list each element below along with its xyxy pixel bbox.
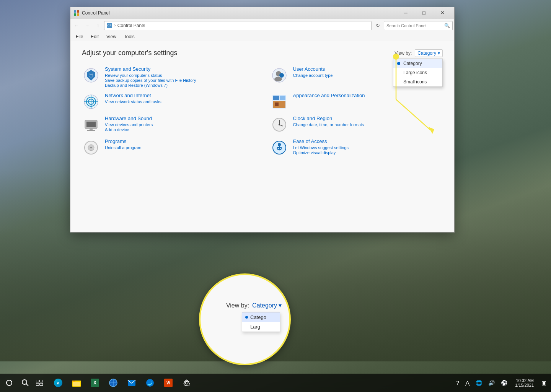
hardware-title[interactable]: Hardware and Sound bbox=[105, 115, 255, 121]
office-icon[interactable]: W bbox=[160, 374, 177, 391]
zoom-dd-item-category[interactable]: Catego bbox=[242, 312, 280, 322]
setting-appearance: Appearance and Personalization bbox=[270, 93, 443, 111]
start-button[interactable] bbox=[1, 374, 18, 391]
view-by-dropdown[interactable]: Category ▾ bbox=[415, 49, 443, 57]
zoom-view-by: View by: Category ▾ bbox=[226, 302, 282, 309]
ease-link-2[interactable]: Optimize visual display bbox=[293, 150, 443, 155]
edge-icon[interactable] bbox=[142, 374, 158, 391]
view-by-control: View by: Category ▾ Category Large icons bbox=[395, 49, 443, 57]
system-tray: ? ⋀ 🌐 🔊 ⚽ 10:32 AM 1/15/2021 ▣ bbox=[452, 378, 551, 387]
zoom-dd-item-large[interactable]: Larg bbox=[242, 322, 280, 332]
tray-chevron-icon[interactable]: ⋀ bbox=[464, 379, 471, 387]
network-icon bbox=[82, 93, 100, 111]
programs-text: Programs Uninstall a program bbox=[105, 138, 255, 150]
network-text: Network and Internet View network status… bbox=[105, 93, 255, 104]
ease-link-1[interactable]: Let Windows suggest settings bbox=[293, 145, 443, 150]
hardware-icon bbox=[82, 115, 100, 134]
view-by-dropdown-menu: Category Large icons Small icons bbox=[393, 59, 443, 87]
svg-rect-47 bbox=[72, 381, 75, 382]
svg-rect-45 bbox=[40, 383, 43, 385]
svg-rect-53 bbox=[128, 380, 135, 386]
clock-link-1[interactable]: Change date, time, or number formats bbox=[293, 122, 443, 127]
task-view-button[interactable] bbox=[33, 374, 47, 391]
tray-time-value: 10:32 AM bbox=[515, 378, 534, 383]
hardware-link-2[interactable]: Add a device bbox=[105, 127, 255, 132]
settings-taskbar-icon[interactable] bbox=[178, 374, 195, 391]
address-path[interactable]: CP > Control Panel bbox=[104, 21, 372, 30]
menu-edit[interactable]: Edit bbox=[88, 33, 101, 40]
clock-title[interactable]: Clock and Region bbox=[293, 115, 443, 121]
maximize-button[interactable]: □ bbox=[415, 7, 433, 19]
svg-rect-48 bbox=[73, 382, 80, 386]
ease-text: Ease of Access Let Windows suggest setti… bbox=[293, 138, 443, 155]
mail-icon[interactable] bbox=[123, 374, 140, 391]
back-button[interactable]: ← bbox=[72, 21, 81, 30]
window-controls: ─ □ ✕ bbox=[397, 7, 451, 19]
tray-time[interactable]: 10:32 AM 1/15/2021 bbox=[512, 378, 537, 387]
dropdown-item-category[interactable]: Category bbox=[393, 59, 442, 68]
forward-button[interactable]: → bbox=[83, 21, 92, 30]
excel-icon[interactable]: X bbox=[86, 374, 103, 391]
search-button[interactable] bbox=[19, 374, 31, 391]
zoom-dropdown-button[interactable]: Category ▾ bbox=[252, 302, 282, 309]
svg-point-31 bbox=[90, 147, 92, 148]
office-letter: W bbox=[166, 381, 170, 385]
dropdown-item-small-icons[interactable]: Small icons bbox=[393, 77, 442, 86]
tray-question-icon[interactable]: ? bbox=[455, 379, 461, 387]
tray-volume-icon[interactable]: 🔊 bbox=[487, 379, 496, 387]
network-link-1[interactable]: View network status and tasks bbox=[105, 99, 255, 104]
cortana-icon[interactable]: a bbox=[50, 374, 67, 391]
hardware-link-1[interactable]: View devices and printers bbox=[105, 122, 255, 127]
svg-point-10 bbox=[274, 77, 282, 81]
svg-rect-43 bbox=[40, 380, 43, 382]
setting-programs: Programs Uninstall a program bbox=[82, 138, 255, 157]
search-input[interactable] bbox=[386, 23, 444, 28]
zoom-selected-dot bbox=[245, 316, 248, 319]
view-by-value: Category bbox=[417, 50, 436, 56]
system-security-title[interactable]: System and Security bbox=[105, 66, 255, 72]
file-explorer-icon[interactable] bbox=[68, 374, 85, 391]
tray-network-icon[interactable]: 🌐 bbox=[474, 379, 484, 387]
programs-title[interactable]: Programs bbox=[105, 138, 255, 144]
system-security-link-2[interactable]: Save backup copies of your files with Fi… bbox=[105, 78, 255, 83]
mail-svg bbox=[127, 379, 136, 386]
user-accounts-icon bbox=[270, 66, 289, 85]
menu-file[interactable]: File bbox=[73, 33, 85, 40]
dropdown-item-large-icons[interactable]: Large icons bbox=[393, 68, 442, 77]
refresh-button[interactable]: ↻ bbox=[373, 21, 382, 30]
svg-rect-23 bbox=[90, 128, 93, 130]
setting-clock: Clock and Region Change date, time, or n… bbox=[270, 115, 443, 134]
menu-view[interactable]: View bbox=[104, 33, 119, 40]
browser-svg bbox=[109, 379, 117, 387]
up-button[interactable]: ↑ bbox=[93, 21, 103, 30]
view-by-label: View by: bbox=[395, 50, 412, 56]
window-title: Control Panel bbox=[82, 10, 397, 16]
content-header: Adjust your computer's settings View by:… bbox=[82, 49, 443, 57]
path-separator: > bbox=[114, 23, 116, 28]
browser-icon[interactable] bbox=[105, 374, 122, 391]
appearance-text: Appearance and Personalization bbox=[293, 93, 443, 99]
svg-rect-20 bbox=[275, 102, 279, 106]
system-security-link-3[interactable]: Backup and Restore (Windows 7) bbox=[105, 83, 255, 88]
svg-point-55 bbox=[186, 382, 188, 384]
appearance-title[interactable]: Appearance and Personalization bbox=[293, 93, 443, 98]
menu-tools[interactable]: Tools bbox=[122, 33, 137, 40]
empty-dot bbox=[397, 80, 400, 83]
search-box[interactable]: 🔍 bbox=[384, 21, 453, 30]
close-button[interactable]: ✕ bbox=[434, 7, 451, 19]
tray-date-value: 1/15/2021 bbox=[515, 383, 534, 387]
window-icon bbox=[73, 10, 80, 16]
programs-link-1[interactable]: Uninstall a program bbox=[105, 145, 255, 150]
ease-title[interactable]: Ease of Access bbox=[293, 138, 443, 144]
svg-rect-17 bbox=[273, 96, 279, 100]
system-security-link-1[interactable]: Review your computer's status bbox=[105, 73, 255, 78]
minimize-button[interactable]: ─ bbox=[397, 7, 414, 19]
tray-notification-icon[interactable]: ▣ bbox=[540, 379, 548, 387]
network-title[interactable]: Network and Internet bbox=[105, 93, 255, 98]
file-explorer-svg bbox=[72, 379, 81, 387]
zoom-dropdown-value: Category bbox=[252, 302, 277, 309]
zoom-dropdown-box: Catego Larg bbox=[242, 312, 280, 332]
svg-point-9 bbox=[279, 73, 284, 78]
tray-bluetooth-icon[interactable]: ⚽ bbox=[499, 379, 509, 387]
excel-letter: X bbox=[93, 380, 96, 385]
